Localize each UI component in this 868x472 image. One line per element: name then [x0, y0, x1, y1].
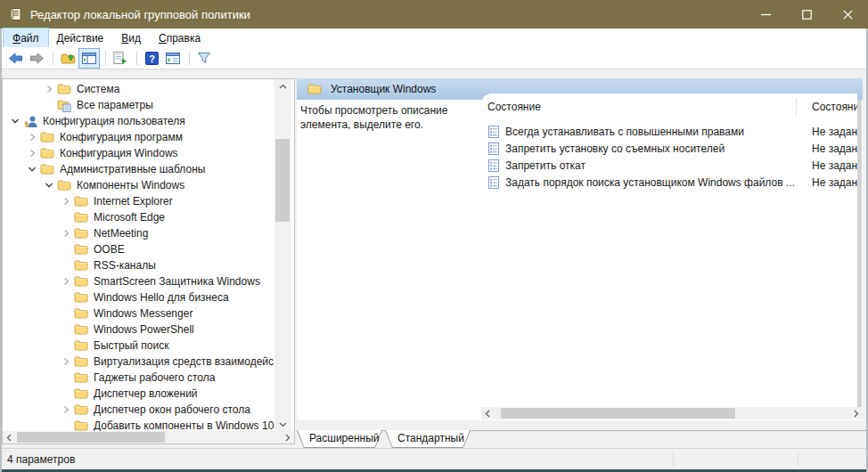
tree-item-label: Виртуализация средств взаимодейс	[94, 355, 274, 368]
tree-item-label: Диспетчер вложений	[94, 387, 198, 400]
tree-item-attachment-manager[interactable]: Диспетчер вложений	[3, 386, 274, 402]
close-button[interactable]	[827, 0, 868, 28]
tree-item-oobe[interactable]: OOBE	[3, 241, 274, 257]
menu-view[interactable]: Вид	[112, 28, 150, 47]
forward-button[interactable]	[27, 49, 46, 68]
tree-item-admin-templates[interactable]: Административные шаблоны	[3, 161, 274, 177]
console-tree-icon	[82, 53, 96, 64]
forward-icon	[29, 52, 45, 65]
tree-item-rss[interactable]: RSS-каналы	[3, 257, 274, 273]
tab-extended[interactable]: Расширенный	[297, 430, 382, 448]
tree-item-windows-config[interactable]: Конфигурация Windows	[3, 145, 274, 161]
tree-item-label: Все параметры	[77, 99, 153, 111]
tree-item-netmeeting[interactable]: NetMeeting	[3, 225, 274, 241]
policy-state: Не задана	[812, 142, 857, 155]
chevron-right-icon[interactable]	[57, 229, 74, 238]
menu-help[interactable]: Справка	[150, 28, 209, 47]
policy-row[interactable]: Запретить установку со съемных носителей…	[481, 140, 857, 157]
tree-item-windows-hello[interactable]: Windows Hello для бизнеса	[3, 289, 274, 305]
status-bar: 4 параметров	[0, 448, 868, 469]
policy-setting-icon	[488, 159, 500, 172]
chevron-down-icon[interactable]	[6, 117, 23, 126]
tree-item-label: Быстрый поиск	[94, 339, 168, 352]
scroll-left-icon[interactable]	[3, 431, 15, 444]
chevron-right-icon[interactable]	[23, 133, 40, 142]
details-horizontal-scrollbar[interactable]	[481, 407, 863, 419]
column-header-setting[interactable]: Состояние	[487, 101, 541, 113]
scroll-down-icon[interactable]	[276, 419, 289, 431]
tree-item-windows-messenger[interactable]: Windows Messenger	[3, 305, 274, 321]
policy-row[interactable]: Запретить откат Не задана	[481, 157, 857, 174]
chevron-right-icon[interactable]	[40, 85, 57, 94]
folder-icon	[57, 179, 77, 191]
chevron-down-icon[interactable]	[40, 181, 57, 190]
tree: Система Все параметры Конфигурация польз…	[3, 79, 274, 432]
export-list-button[interactable]	[111, 49, 130, 68]
back-icon	[8, 52, 23, 65]
window-left-edge	[0, 28, 2, 472]
chevron-right-icon[interactable]	[23, 149, 40, 158]
list-right-edge	[857, 100, 862, 407]
policy-row[interactable]: Задать порядок поиска установщиком Windo…	[481, 174, 857, 191]
chevron-down-icon[interactable]	[23, 165, 40, 174]
tree-item-microsoft-edge[interactable]: Microsoft Edge	[3, 209, 274, 225]
scroll-up-icon[interactable]	[276, 80, 289, 93]
close-icon	[843, 10, 853, 20]
details-horizontal-scrollbar-thumb[interactable]	[501, 408, 735, 419]
folder-icon	[74, 371, 94, 384]
scroll-right-icon[interactable]	[850, 407, 863, 419]
selected-node-title: Установщик Windows	[331, 83, 436, 95]
chevron-right-icon[interactable]	[57, 277, 74, 286]
description-text: Чтобы просмотреть описание элемента, выд…	[300, 103, 459, 132]
tree-vertical-scrollbar-thumb[interactable]	[275, 139, 290, 222]
tree-horizontal-scrollbar-thumb[interactable]	[17, 432, 165, 443]
tree-item-internet-explorer[interactable]: Internet Explorer	[3, 193, 274, 209]
tree-item-vse-parametry[interactable]: Все параметры	[3, 97, 274, 113]
policy-row[interactable]: Всегда устанавливать с повышенными права…	[481, 123, 857, 140]
policy-state: Не задана	[812, 126, 857, 138]
folder-icon	[74, 195, 94, 208]
help-button[interactable]: ?	[142, 49, 161, 68]
tree-item-software-config[interactable]: Конфигурация программ	[3, 129, 274, 145]
tree-item-label: Административные шаблоны	[60, 163, 205, 175]
column-divider[interactable]	[796, 98, 797, 116]
scroll-left-icon[interactable]	[481, 407, 494, 419]
column-header-state[interactable]: Состояние	[812, 101, 857, 113]
filter-button[interactable]	[194, 49, 214, 68]
chevron-right-icon[interactable]	[57, 405, 74, 414]
window-title: Редактор локальной групповой политики	[30, 8, 250, 21]
up-one-level-button[interactable]	[58, 49, 78, 68]
tree-item-powershell[interactable]: Windows PowerShell	[3, 321, 274, 338]
folder-icon	[74, 259, 94, 272]
folder-icon	[40, 163, 60, 175]
chevron-right-icon[interactable]	[57, 197, 74, 206]
tree-item-windows-components[interactable]: Компоненты Windows	[3, 177, 274, 193]
tree-item-user-configuration[interactable]: Конфигурация пользователя	[3, 113, 274, 129]
show-window-button[interactable]	[163, 49, 183, 68]
folder-icon	[74, 355, 94, 368]
menu-action[interactable]: Действие	[48, 28, 113, 47]
details-panel: Установщик Windows Чтобы просмотреть опи…	[297, 78, 863, 420]
maximize-button[interactable]	[786, 0, 827, 28]
tree-item-sistema[interactable]: Система	[3, 81, 274, 97]
tree-item-dwm[interactable]: Диспетчер окон рабочего стола	[3, 402, 274, 418]
menu-file[interactable]: Файл	[4, 28, 48, 47]
tree-horizontal-scrollbar[interactable]	[3, 431, 294, 444]
back-button[interactable]	[5, 49, 25, 68]
tree-item-virtualization[interactable]: Виртуализация средств взаимодейс	[3, 354, 274, 370]
policy-setting-icon	[488, 176, 500, 189]
show-console-tree-button[interactable]	[79, 49, 99, 68]
chevron-right-icon[interactable]	[57, 357, 74, 366]
scroll-right-icon[interactable]	[282, 431, 294, 444]
folder-icon	[74, 419, 94, 432]
tree-item-quick-search[interactable]: Быстрый поиск	[3, 338, 274, 354]
svg-text:?: ?	[149, 53, 155, 63]
tree-item-add-features[interactable]: Добавить компоненты в Windows 10	[3, 418, 274, 432]
tab-standard[interactable]: Стандартный	[385, 430, 471, 448]
tree-vertical-scrollbar[interactable]	[274, 79, 291, 432]
tree-item-desktop-gadgets[interactable]: Гаджеты рабочего стола	[3, 370, 274, 386]
tree-item-smartscreen[interactable]: SmartScreen Защитника Windows	[3, 273, 274, 289]
tree-item-label: Windows PowerShell	[94, 323, 194, 336]
minimize-button[interactable]	[745, 0, 786, 28]
folder-icon	[74, 291, 94, 304]
